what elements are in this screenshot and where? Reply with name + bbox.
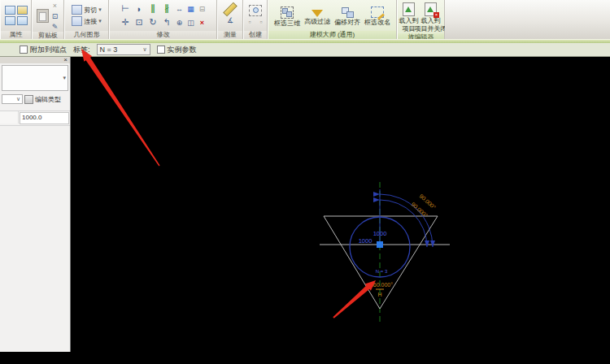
group-label-modify: 修改 [110,31,216,39]
array-icon[interactable]: ▦ [186,4,196,13]
move-icon[interactable]: ✛ [120,16,132,28]
load-and-close-icon [425,2,437,16]
close-icon[interactable]: × [63,57,68,63]
measure-ruler-icon[interactable] [223,2,237,16]
split-with-gap-icon[interactable]: ∦ [161,2,173,15]
rename-icon [371,6,384,18]
create-assembly-icon[interactable]: ▫ [256,18,266,27]
load-into-project-and-close-button[interactable]: 载入到 项目并关闭 [419,1,443,32]
load-into-project-icon [403,2,415,16]
paste-icon[interactable] [37,9,49,23]
type-properties-icon[interactable] [17,16,28,25]
ribbon: 属性 × ⊡ ✎ 剪贴板 剪切 ▾ [0,0,610,39]
family-types-icon[interactable] [17,6,28,15]
offset-align-icon [342,7,354,18]
center-grip[interactable] [377,241,383,248]
scale-icon[interactable]: ⊟ [198,4,207,13]
arc-arrowhead-icon [425,240,429,247]
ribbon-group-create: ▫ ▫ 创建 [243,0,268,39]
revit-family-editor-window: 属性 × ⊡ ✎ 剪贴板 剪切 ▾ [0,0,610,364]
join-geometry-button[interactable]: 连接 ▾ [72,16,102,26]
parameter-label-text[interactable]: N = 3 [376,269,388,274]
match-type-icon[interactable]: ✎ [50,22,60,31]
tag-dropdown[interactable]: N = 3 ∨ [97,44,150,55]
arc-arrowhead-icon [373,192,380,197]
ribbon-filler [445,0,610,39]
parameter-row: 1000.0 [0,110,70,126]
drawing-canvas[interactable]: 1000 1000 90.000° 90.000° N = 3 360.000°… [71,57,610,364]
arc-arrowhead-icon [373,197,380,202]
offset-align-button[interactable]: 偏移对齐 [333,6,363,26]
create-similar-icon[interactable]: ▫ [245,18,255,27]
parameter-name-cell [0,111,19,124]
copy-icon[interactable]: ⊡ [50,11,60,20]
ribbon-group-clipboard: × ⊡ ✎ 剪贴板 [32,0,64,39]
ribbon-group-modeling-master: 框选三维 高级过滤 偏移对齐 框选改名 建模大师 (通用) [268,0,397,39]
filter-funnel-icon [312,10,323,17]
advanced-filter-button[interactable]: 高级过滤 [303,6,333,25]
group-label-modeling-master: 建模大师 (通用) [268,31,396,39]
properties-palette: × ▾ ∨ 编辑类型 1000.0 [0,57,71,352]
align-icon[interactable]: ⊢ [120,2,132,15]
measure-angle-icon[interactable]: ∡ [225,16,235,25]
group-label-clipboard: 剪贴板 [33,32,63,39]
edit-type-button[interactable]: 编辑类型 [24,95,61,104]
flip-control[interactable]: H [377,292,381,297]
options-bar: 附加到端点 标签: N = 3 ∨ 实例参数 [0,43,610,57]
ribbon-group-geometry: 剪切 ▾ 连接 ▾ 几何图形 [64,0,109,39]
offset-icon[interactable]: ↔ [175,4,185,13]
copy-element-icon[interactable]: ⊡ [133,16,146,28]
main-area: × ▾ ∨ 编辑类型 1000.0 [0,57,610,364]
instance-parameter-checkbox[interactable]: 实例参数 [157,45,197,55]
total-angle-text[interactable]: 360.000° [370,282,393,288]
tag-label: 标签: [73,45,90,55]
ribbon-group-modify: ⊢ ◗ ∥ ∦ ↔ ▦ ⊟ ✛ ⊡ ↻ ↰ ⊕ ◫ [109,0,217,39]
cut-icon[interactable]: × [50,1,60,10]
box-select-3d-button[interactable]: 框选三维 [272,5,303,27]
box-select-3d-icon [281,6,294,19]
ribbon-group-family-editor: 载入到 项目 载入到 项目并关闭 族编辑器 [397,0,445,39]
ribbon-group-measure: ∡ 测量 [217,0,243,39]
group-label-measure: 测量 [218,31,242,39]
properties-palette-icon[interactable] [5,6,15,15]
horizontal-dimension-text[interactable]: 1000 [359,237,373,245]
palette-header: × [0,57,70,63]
group-label-geometry: 几何图形 [65,31,108,39]
chevron-down-icon[interactable]: ▾ [98,6,102,13]
join-geometry-icon [72,16,82,26]
type-selector[interactable]: ▾ [2,65,68,91]
group-label-family-editor: 族编辑器 [398,33,444,39]
checkbox-icon[interactable] [20,46,28,54]
box-select-rename-button[interactable]: 框选改名 [363,5,393,26]
split-element-icon[interactable]: ∥ [147,2,159,15]
ribbon-group-properties: 属性 [0,0,32,39]
group-label-create: 创建 [244,31,267,39]
rotate-icon[interactable]: ↻ [147,16,159,28]
pin-icon[interactable]: ⊕ [175,18,185,27]
chevron-down-icon[interactable]: ▾ [98,18,102,24]
cut-geometry-icon [72,5,82,15]
delete-icon[interactable]: × [198,18,207,27]
family-category-icon[interactable] [5,16,15,25]
type-dropdown[interactable]: ∨ [2,94,23,104]
trim-extend-icon[interactable]: ↰ [161,16,173,28]
chevron-down-icon: ▾ [63,75,66,81]
radius-dimension-text[interactable]: 1000 [373,230,387,237]
chevron-down-icon: ∨ [142,46,146,53]
group-label-properties: 属性 [1,31,31,39]
group-dot-icon [253,7,259,13]
create-group-icon[interactable] [249,5,262,16]
cope-icon[interactable]: ◗ [133,2,146,15]
cut-geometry-button[interactable]: 剪切 ▾ [72,5,102,15]
arc-arrowhead-icon [430,240,435,247]
attach-to-endpoint-checkbox[interactable]: 附加到端点 [20,45,67,55]
mirror-icon[interactable]: ◫ [186,18,196,27]
edit-type-icon [24,95,33,104]
parameter-value-input[interactable]: 1000.0 [20,112,69,124]
checkbox-icon[interactable] [157,46,165,54]
